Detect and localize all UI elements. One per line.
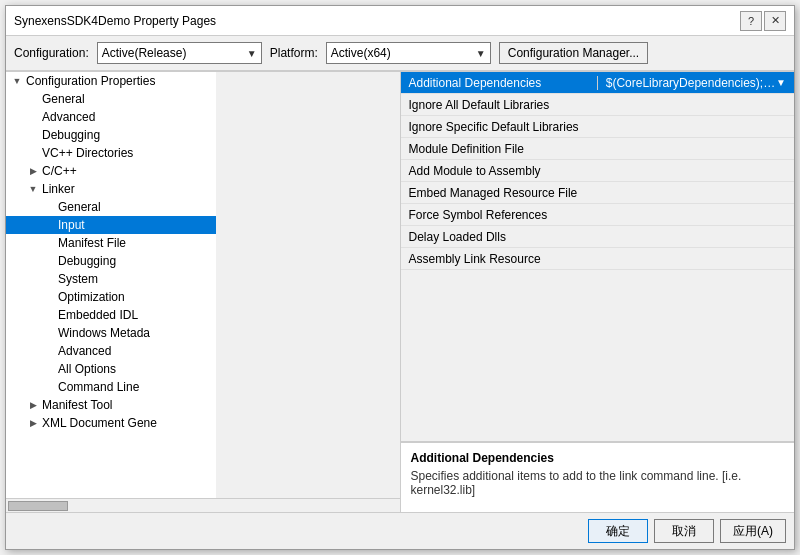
config-manager-button[interactable]: Configuration Manager... [499, 42, 648, 64]
platform-dropdown-arrow: ▼ [476, 48, 486, 59]
property-row-module-def[interactable]: Module Definition File [401, 138, 795, 160]
tree-item-linker[interactable]: ▼Linker [6, 180, 216, 198]
bottom-bar: 确定 取消 应用(A) [6, 512, 794, 549]
tree-item-linker-windows[interactable]: Windows Metada [6, 324, 216, 342]
tree-item-cpp[interactable]: ▶C/C++ [6, 162, 216, 180]
tree-label-linker-manifest: Manifest File [58, 236, 126, 250]
platform-value: Active(x64) [331, 46, 391, 60]
platform-select[interactable]: Active(x64) ▼ [326, 42, 491, 64]
property-value-additional-deps: $(CoreLibraryDependencies);%(AdditionalD… [597, 76, 786, 90]
property-name-additional-deps: Additional Dependencies [409, 76, 597, 90]
config-value: Active(Release) [102, 46, 187, 60]
tree-label-linker: Linker [42, 182, 75, 196]
property-name-delay-loaded: Delay Loaded Dlls [409, 230, 597, 244]
tree-item-linker-advanced[interactable]: Advanced [6, 342, 216, 360]
property-name-assembly-link: Assembly Link Resource [409, 252, 597, 266]
tree-item-linker-manifest[interactable]: Manifest File [6, 234, 216, 252]
help-button[interactable]: ? [740, 11, 762, 31]
config-dropdown-arrow: ▼ [247, 48, 257, 59]
property-row-ignore-default[interactable]: Ignore All Default Libraries [401, 94, 795, 116]
tree-label-linker-optimization: Optimization [58, 290, 125, 304]
property-row-delay-loaded[interactable]: Delay Loaded Dlls [401, 226, 795, 248]
tree-label-linker-alloptions: All Options [58, 362, 116, 376]
tree-item-config-props[interactable]: ▼Configuration Properties [6, 72, 216, 90]
property-name-ignore-default: Ignore All Default Libraries [409, 98, 597, 112]
tree-arrow-cpp: ▶ [26, 166, 40, 176]
tree-label-linker-embedded: Embedded IDL [58, 308, 138, 322]
property-list: Additional Dependencies$(CoreLibraryDepe… [401, 72, 795, 442]
config-row: Configuration: Active(Release) ▼ Platfor… [6, 36, 794, 71]
tree-label-linker-windows: Windows Metada [58, 326, 150, 340]
description-title: Additional Dependencies [411, 451, 785, 465]
description-panel: Additional Dependencies Specifies additi… [401, 442, 795, 512]
tree-label-linker-general: General [58, 200, 101, 214]
tree-label-cpp: C/C++ [42, 164, 77, 178]
tree-label-advanced1: Advanced [42, 110, 95, 124]
tree-panel: ▼Configuration PropertiesGeneralAdvanced… [6, 72, 216, 498]
right-panel: Additional Dependencies$(CoreLibraryDepe… [401, 72, 795, 512]
ok-button[interactable]: 确定 [588, 519, 648, 543]
main-content: ▼Configuration PropertiesGeneralAdvanced… [6, 71, 794, 512]
tree-item-linker-debugging[interactable]: Debugging [6, 252, 216, 270]
tree-item-linker-general[interactable]: General [6, 198, 216, 216]
close-button[interactable]: ✕ [764, 11, 786, 31]
tree-label-linker-input: Input [58, 218, 85, 232]
title-bar-left: SynexensSDK4Demo Property Pages [14, 14, 216, 28]
tree-label-general: General [42, 92, 85, 106]
tree-label-xml-doc: XML Document Gene [42, 416, 157, 430]
tree-label-linker-cmdline: Command Line [58, 380, 139, 394]
tree-item-linker-embedded[interactable]: Embedded IDL [6, 306, 216, 324]
tree-item-linker-input[interactable]: Input [6, 216, 216, 234]
tree-item-linker-optimization[interactable]: Optimization [6, 288, 216, 306]
tree-item-debugging1[interactable]: Debugging [6, 126, 216, 144]
property-value-text-additional-deps: $(CoreLibraryDependencies);%(AdditionalD… [606, 76, 776, 90]
tree-label-vcpp: VC++ Directories [42, 146, 133, 160]
tree-label-linker-system: System [58, 272, 98, 286]
dialog-title: SynexensSDK4Demo Property Pages [14, 14, 216, 28]
title-bar: SynexensSDK4Demo Property Pages ? ✕ [6, 6, 794, 36]
cancel-button[interactable]: 取消 [654, 519, 714, 543]
tree-item-linker-alloptions[interactable]: All Options [6, 360, 216, 378]
tree-item-linker-system[interactable]: System [6, 270, 216, 288]
tree-label-linker-advanced: Advanced [58, 344, 111, 358]
tree-label-linker-debugging: Debugging [58, 254, 116, 268]
tree-item-vcpp[interactable]: VC++ Directories [6, 144, 216, 162]
property-row-ignore-specific[interactable]: Ignore Specific Default Libraries [401, 116, 795, 138]
tree-item-xml-doc[interactable]: ▶XML Document Gene [6, 414, 216, 432]
platform-label: Platform: [270, 46, 318, 60]
title-buttons: ? ✕ [740, 11, 786, 31]
config-label: Configuration: [14, 46, 89, 60]
left-scrollbar[interactable] [6, 498, 400, 512]
property-row-embed-managed[interactable]: Embed Managed Resource File [401, 182, 795, 204]
property-name-ignore-specific: Ignore Specific Default Libraries [409, 120, 597, 134]
tree-label-manifest-tool: Manifest Tool [42, 398, 112, 412]
property-name-add-module: Add Module to Assembly [409, 164, 597, 178]
tree-arrow-xml-doc: ▶ [26, 418, 40, 428]
description-text: Specifies additional items to add to the… [411, 469, 785, 497]
property-name-force-symbol: Force Symbol References [409, 208, 597, 222]
tree-label-config-props: Configuration Properties [26, 74, 155, 88]
apply-button[interactable]: 应用(A) [720, 519, 786, 543]
property-row-add-module[interactable]: Add Module to Assembly [401, 160, 795, 182]
tree-arrow-linker: ▼ [26, 184, 40, 194]
tree-item-general[interactable]: General [6, 90, 216, 108]
property-name-embed-managed: Embed Managed Resource File [409, 186, 597, 200]
property-row-assembly-link[interactable]: Assembly Link Resource [401, 248, 795, 270]
tree-item-advanced1[interactable]: Advanced [6, 108, 216, 126]
property-pages-dialog: SynexensSDK4Demo Property Pages ? ✕ Conf… [5, 5, 795, 550]
scroll-thumb[interactable] [8, 501, 68, 511]
tree-label-debugging1: Debugging [42, 128, 100, 142]
property-name-module-def: Module Definition File [409, 142, 597, 156]
property-row-additional-deps[interactable]: Additional Dependencies$(CoreLibraryDepe… [401, 72, 795, 94]
tree-item-linker-cmdline[interactable]: Command Line [6, 378, 216, 396]
config-select[interactable]: Active(Release) ▼ [97, 42, 262, 64]
tree-arrow-config-props: ▼ [10, 76, 24, 86]
property-value-arrow-additional-deps: ▼ [776, 77, 786, 88]
tree-arrow-manifest-tool: ▶ [26, 400, 40, 410]
property-row-force-symbol[interactable]: Force Symbol References [401, 204, 795, 226]
tree-item-manifest-tool[interactable]: ▶Manifest Tool [6, 396, 216, 414]
